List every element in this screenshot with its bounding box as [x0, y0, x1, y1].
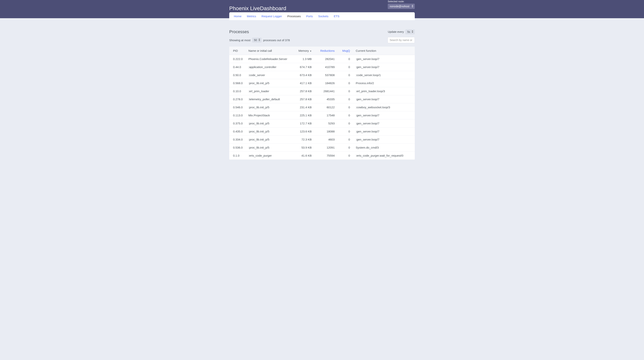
- cell-func: :gen_server.loop/7: [352, 120, 415, 128]
- cell-msgq: 0: [336, 111, 352, 120]
- cell-func: :gen_server.loop/7: [352, 136, 415, 144]
- table-row[interactable]: 0.435.0:proc_lib.init_p/5123.6 KB180880:…: [229, 128, 415, 136]
- cell-msgq: 0: [336, 120, 352, 128]
- table-row[interactable]: 0.44.0:application_controller674.7 KB410…: [229, 63, 415, 71]
- cell-memory: 53.9 KB: [290, 144, 314, 152]
- table-row[interactable]: 0.10.0:erl_prim_loader257.8 KB26814410:e…: [229, 87, 415, 95]
- cell-memory: 257.8 KB: [290, 87, 314, 95]
- search-input[interactable]: [388, 37, 415, 43]
- showing-suffix: processes out of 378: [263, 38, 290, 42]
- cell-pid: 0.222.0: [229, 55, 246, 63]
- cell-name: :proc_lib.init_p/5: [246, 120, 290, 128]
- cell-memory: 72.3 KB: [290, 136, 314, 144]
- cell-memory: 674.7 KB: [290, 63, 314, 71]
- node-selector-label: Selected node:: [388, 0, 415, 3]
- cell-msgq: 0: [336, 71, 352, 79]
- cell-msgq: 0: [336, 63, 352, 71]
- nav-tabs: HomeMetricsRequest LoggerProcessesPortsS…: [229, 12, 415, 20]
- cell-msgq: 0: [336, 55, 352, 63]
- cell-func: :code_server.loop/1: [352, 71, 415, 79]
- cell-msgq: 0: [336, 103, 352, 111]
- cell-name: :proc_lib.init_p/5: [246, 128, 290, 136]
- cell-pid: 0.334.0: [229, 136, 246, 144]
- showing-prefix: Showing at most: [229, 38, 250, 42]
- table-row[interactable]: 0.546.0:proc_lib.init_p/5231.4 KB601220:…: [229, 103, 415, 111]
- cell-func: :gen_server.loop/7: [352, 128, 415, 136]
- tab-processes[interactable]: Processes: [284, 12, 304, 20]
- update-every-label: Update every: [388, 30, 404, 33]
- cell-name: :erts_code_purger: [246, 152, 290, 160]
- cell-memory: 673.4 KB: [290, 71, 314, 79]
- col-header-name: Name or initial call: [246, 46, 290, 55]
- cell-pid: 0.10.0: [229, 87, 246, 95]
- cell-func: :erl_prim_loader.loop/3: [352, 87, 415, 95]
- table-row[interactable]: 0.536.0:proc_lib.init_p/553.9 KB120910Sy…: [229, 144, 415, 152]
- cell-reductions: 12091: [314, 144, 336, 152]
- table-row[interactable]: 0.375.0:proc_lib.init_p/5172.7 KB52930:g…: [229, 120, 415, 128]
- cell-reductions: 5293: [314, 120, 336, 128]
- cell-msgq: 0: [336, 79, 352, 87]
- cell-memory: 41.6 KB: [290, 152, 314, 160]
- tab-sockets[interactable]: Sockets: [316, 12, 331, 20]
- process-table: PID Name or initial call Memory ▼ Reduct…: [229, 46, 415, 160]
- app-title: Phoenix LiveDashboard: [229, 2, 415, 12]
- cell-name: Phoenix.CodeReloader.Server: [246, 55, 290, 63]
- col-header-memory[interactable]: Memory ▼: [290, 46, 314, 55]
- cell-func: :gen_server.loop/7: [352, 63, 415, 71]
- cell-name: :proc_lib.init_p/5: [246, 136, 290, 144]
- cell-func: :gen_server.loop/7: [352, 111, 415, 120]
- limit-select[interactable]: 50: [252, 38, 262, 42]
- cell-msgq: 0: [336, 144, 352, 152]
- cell-pid: 0.536.0: [229, 144, 246, 152]
- cell-pid: 0.50.0: [229, 71, 246, 79]
- table-row[interactable]: 0.278.0:telemetry_poller_default257.8 KB…: [229, 95, 415, 103]
- page-title: Processes: [229, 29, 249, 34]
- col-header-pid: PID: [229, 46, 246, 55]
- cell-name: :telemetry_poller_default: [246, 95, 290, 103]
- cell-func: :gen_server.loop/7: [352, 55, 415, 63]
- cell-name: :application_controller: [246, 63, 290, 71]
- cell-name: :erl_prim_loader: [246, 87, 290, 95]
- cell-name: Mix.ProjectStack: [246, 111, 290, 120]
- tab-ets[interactable]: ETS: [331, 12, 342, 20]
- table-row[interactable]: 0.50.0:code_server673.4 KB5378080:code_s…: [229, 71, 415, 79]
- table-row[interactable]: 0.568.0:proc_lib.init_p/5417.1 KB1848260…: [229, 79, 415, 87]
- update-interval-select[interactable]: 5s: [406, 29, 415, 34]
- cell-name: :code_server: [246, 71, 290, 79]
- cell-msgq: 0: [336, 136, 352, 144]
- cell-func: System.do_cmd/3: [352, 144, 415, 152]
- tab-home[interactable]: Home: [231, 12, 244, 20]
- cell-pid: 0.546.0: [229, 103, 246, 111]
- col-header-msgq[interactable]: MsgQ: [336, 46, 352, 55]
- cell-reductions: 537808: [314, 71, 336, 79]
- cell-pid: 0.568.0: [229, 79, 246, 87]
- table-row[interactable]: 0.113.0Mix.ProjectStack225.1 KB175480:ge…: [229, 111, 415, 120]
- cell-reductions: 184826: [314, 79, 336, 87]
- col-header-func: Current function: [352, 46, 415, 55]
- tab-metrics[interactable]: Metrics: [244, 12, 259, 20]
- cell-name: :proc_lib.init_p/5: [246, 103, 290, 111]
- caret-down-icon: ▼: [309, 50, 312, 52]
- table-row[interactable]: 0.334.0:proc_lib.init_p/572.3 KB46030:ge…: [229, 136, 415, 144]
- cell-name: :proc_lib.init_p/5: [246, 79, 290, 87]
- cell-msgq: 0: [336, 152, 352, 160]
- cell-func: :erts_code_purger.wait_for_request/0: [352, 152, 415, 160]
- tab-ports[interactable]: Ports: [304, 12, 316, 20]
- cell-pid: 0.375.0: [229, 120, 246, 128]
- cell-reductions: 60122: [314, 103, 336, 111]
- node-select[interactable]: nonode@nohost: [388, 4, 415, 9]
- cell-pid: 0.1.0: [229, 152, 246, 160]
- col-header-reductions[interactable]: Reductions: [314, 46, 336, 55]
- cell-memory: 123.6 KB: [290, 128, 314, 136]
- cell-pid: 0.44.0: [229, 63, 246, 71]
- cell-pid: 0.113.0: [229, 111, 246, 120]
- table-row[interactable]: 0.222.0Phoenix.CodeReloader.Server1.3 MB…: [229, 55, 415, 63]
- cell-pid: 0.435.0: [229, 128, 246, 136]
- cell-func: :gen_server.loop/7: [352, 95, 415, 103]
- tab-request-logger[interactable]: Request Logger: [259, 12, 284, 20]
- cell-reductions: 45335: [314, 95, 336, 103]
- cell-msgq: 0: [336, 87, 352, 95]
- cell-func: :cowboy_websocket.loop/3: [352, 103, 415, 111]
- table-row[interactable]: 0.1.0:erts_code_purger41.6 KB755940:erts…: [229, 152, 415, 160]
- cell-memory: 1.3 MB: [290, 55, 314, 63]
